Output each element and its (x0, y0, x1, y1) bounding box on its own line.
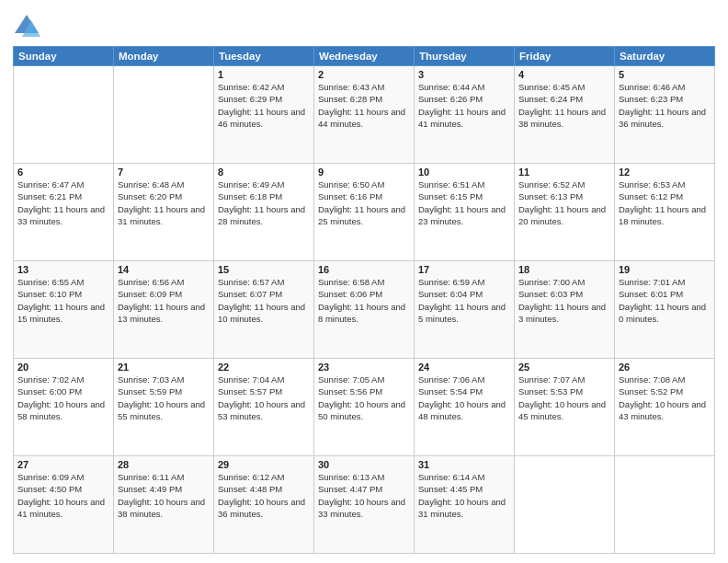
day-number: 4 (518, 69, 610, 80)
day-number: 6 (17, 167, 109, 178)
day-detail: Sunrise: 6:55 AM Sunset: 6:10 PM Dayligh… (17, 276, 109, 325)
day-number: 3 (418, 69, 510, 80)
day-number: 1 (218, 69, 310, 80)
day-detail: Sunrise: 6:42 AM Sunset: 6:29 PM Dayligh… (218, 81, 310, 130)
day-number: 5 (619, 69, 711, 80)
logo (13, 13, 44, 40)
day-number: 11 (518, 167, 610, 178)
day-detail: Sunrise: 6:49 AM Sunset: 6:18 PM Dayligh… (218, 178, 310, 227)
day-cell: 23Sunrise: 7:05 AM Sunset: 5:56 PM Dayli… (314, 359, 415, 456)
day-cell: 7Sunrise: 6:48 AM Sunset: 6:20 PM Daylig… (114, 164, 214, 261)
day-cell: 24Sunrise: 7:06 AM Sunset: 5:54 PM Dayli… (415, 359, 515, 456)
day-detail: Sunrise: 6:57 AM Sunset: 6:07 PM Dayligh… (218, 276, 310, 325)
day-detail: Sunrise: 6:59 AM Sunset: 6:04 PM Dayligh… (418, 276, 510, 325)
day-number: 26 (619, 362, 711, 373)
day-cell: 10Sunrise: 6:51 AM Sunset: 6:15 PM Dayli… (415, 164, 515, 261)
day-cell: 21Sunrise: 7:03 AM Sunset: 5:59 PM Dayli… (114, 359, 214, 456)
day-number: 14 (118, 264, 210, 275)
day-detail: Sunrise: 6:53 AM Sunset: 6:12 PM Dayligh… (619, 178, 711, 227)
day-number: 24 (418, 362, 510, 373)
day-number: 16 (318, 264, 410, 275)
day-cell: 16Sunrise: 6:58 AM Sunset: 6:06 PM Dayli… (314, 261, 415, 359)
day-cell: 25Sunrise: 7:07 AM Sunset: 5:53 PM Dayli… (515, 359, 615, 456)
day-number: 25 (518, 362, 610, 373)
day-detail: Sunrise: 6:13 AM Sunset: 4:47 PM Dayligh… (318, 471, 410, 520)
day-detail: Sunrise: 6:09 AM Sunset: 4:50 PM Dayligh… (17, 471, 109, 520)
day-detail: Sunrise: 6:44 AM Sunset: 6:26 PM Dayligh… (418, 81, 510, 130)
day-detail: Sunrise: 7:08 AM Sunset: 5:52 PM Dayligh… (619, 373, 711, 422)
weekday-thursday: Thursday (415, 47, 515, 66)
day-cell: 29Sunrise: 6:12 AM Sunset: 4:48 PM Dayli… (214, 456, 314, 554)
day-detail: Sunrise: 6:43 AM Sunset: 6:28 PM Dayligh… (318, 81, 410, 130)
day-cell (14, 66, 114, 164)
weekday-sunday: Sunday (14, 47, 114, 66)
day-number: 13 (17, 264, 109, 275)
day-cell: 1Sunrise: 6:42 AM Sunset: 6:29 PM Daylig… (214, 66, 314, 164)
day-cell: 27Sunrise: 6:09 AM Sunset: 4:50 PM Dayli… (14, 456, 114, 554)
day-number: 19 (619, 264, 711, 275)
day-detail: Sunrise: 6:50 AM Sunset: 6:16 PM Dayligh… (318, 178, 410, 227)
week-row-1: 1Sunrise: 6:42 AM Sunset: 6:29 PM Daylig… (14, 66, 715, 164)
day-cell: 28Sunrise: 6:11 AM Sunset: 4:49 PM Dayli… (114, 456, 214, 554)
day-cell: 13Sunrise: 6:55 AM Sunset: 6:10 PM Dayli… (14, 261, 114, 359)
day-number: 7 (118, 167, 210, 178)
day-detail: Sunrise: 6:48 AM Sunset: 6:20 PM Dayligh… (118, 178, 210, 227)
day-cell: 2Sunrise: 6:43 AM Sunset: 6:28 PM Daylig… (314, 66, 415, 164)
day-number: 9 (318, 167, 410, 178)
day-cell: 17Sunrise: 6:59 AM Sunset: 6:04 PM Dayli… (415, 261, 515, 359)
day-cell: 26Sunrise: 7:08 AM Sunset: 5:52 PM Dayli… (615, 359, 715, 456)
day-cell: 31Sunrise: 6:14 AM Sunset: 4:45 PM Dayli… (415, 456, 515, 554)
day-detail: Sunrise: 6:11 AM Sunset: 4:49 PM Dayligh… (118, 471, 210, 520)
day-cell (615, 456, 715, 554)
day-cell: 18Sunrise: 7:00 AM Sunset: 6:03 PM Dayli… (515, 261, 615, 359)
day-number: 15 (218, 264, 310, 275)
day-number: 27 (17, 459, 109, 470)
day-cell (515, 456, 615, 554)
day-detail: Sunrise: 6:12 AM Sunset: 4:48 PM Dayligh… (218, 471, 310, 520)
day-number: 8 (218, 167, 310, 178)
day-number: 21 (118, 362, 210, 373)
week-row-2: 6Sunrise: 6:47 AM Sunset: 6:21 PM Daylig… (14, 164, 715, 261)
day-number: 29 (218, 459, 310, 470)
weekday-friday: Friday (515, 47, 615, 66)
day-detail: Sunrise: 7:05 AM Sunset: 5:56 PM Dayligh… (318, 373, 410, 422)
week-row-5: 27Sunrise: 6:09 AM Sunset: 4:50 PM Dayli… (14, 456, 715, 554)
calendar: SundayMondayTuesdayWednesdayThursdayFrid… (13, 46, 715, 554)
day-number: 2 (318, 69, 410, 80)
day-cell: 6Sunrise: 6:47 AM Sunset: 6:21 PM Daylig… (14, 164, 114, 261)
day-number: 10 (418, 167, 510, 178)
day-detail: Sunrise: 7:00 AM Sunset: 6:03 PM Dayligh… (518, 276, 610, 325)
page: SundayMondayTuesdayWednesdayThursdayFrid… (0, 0, 728, 563)
day-detail: Sunrise: 6:52 AM Sunset: 6:13 PM Dayligh… (518, 178, 610, 227)
weekday-header: SundayMondayTuesdayWednesdayThursdayFrid… (14, 47, 715, 66)
day-detail: Sunrise: 6:47 AM Sunset: 6:21 PM Dayligh… (17, 178, 109, 227)
day-detail: Sunrise: 7:03 AM Sunset: 5:59 PM Dayligh… (118, 373, 210, 422)
day-detail: Sunrise: 6:51 AM Sunset: 6:15 PM Dayligh… (418, 178, 510, 227)
day-detail: Sunrise: 6:45 AM Sunset: 6:24 PM Dayligh… (518, 81, 610, 130)
weekday-saturday: Saturday (615, 47, 715, 66)
weekday-tuesday: Tuesday (214, 47, 314, 66)
day-detail: Sunrise: 6:14 AM Sunset: 4:45 PM Dayligh… (418, 471, 510, 520)
day-cell: 20Sunrise: 7:02 AM Sunset: 6:00 PM Dayli… (14, 359, 114, 456)
weekday-monday: Monday (114, 47, 214, 66)
day-number: 31 (418, 459, 510, 470)
day-cell: 8Sunrise: 6:49 AM Sunset: 6:18 PM Daylig… (214, 164, 314, 261)
day-number: 22 (218, 362, 310, 373)
day-cell: 9Sunrise: 6:50 AM Sunset: 6:16 PM Daylig… (314, 164, 415, 261)
day-number: 18 (518, 264, 610, 275)
day-cell: 19Sunrise: 7:01 AM Sunset: 6:01 PM Dayli… (615, 261, 715, 359)
day-number: 28 (118, 459, 210, 470)
day-cell: 5Sunrise: 6:46 AM Sunset: 6:23 PM Daylig… (615, 66, 715, 164)
day-number: 30 (318, 459, 410, 470)
day-cell: 3Sunrise: 6:44 AM Sunset: 6:26 PM Daylig… (415, 66, 515, 164)
day-cell (114, 66, 214, 164)
day-number: 17 (418, 264, 510, 275)
day-cell: 12Sunrise: 6:53 AM Sunset: 6:12 PM Dayli… (615, 164, 715, 261)
day-cell: 11Sunrise: 6:52 AM Sunset: 6:13 PM Dayli… (515, 164, 615, 261)
day-cell: 22Sunrise: 7:04 AM Sunset: 5:57 PM Dayli… (214, 359, 314, 456)
day-detail: Sunrise: 7:06 AM Sunset: 5:54 PM Dayligh… (418, 373, 510, 422)
day-detail: Sunrise: 6:58 AM Sunset: 6:06 PM Dayligh… (318, 276, 410, 325)
day-detail: Sunrise: 6:46 AM Sunset: 6:23 PM Dayligh… (619, 81, 711, 130)
day-number: 12 (619, 167, 711, 178)
day-detail: Sunrise: 6:56 AM Sunset: 6:09 PM Dayligh… (118, 276, 210, 325)
